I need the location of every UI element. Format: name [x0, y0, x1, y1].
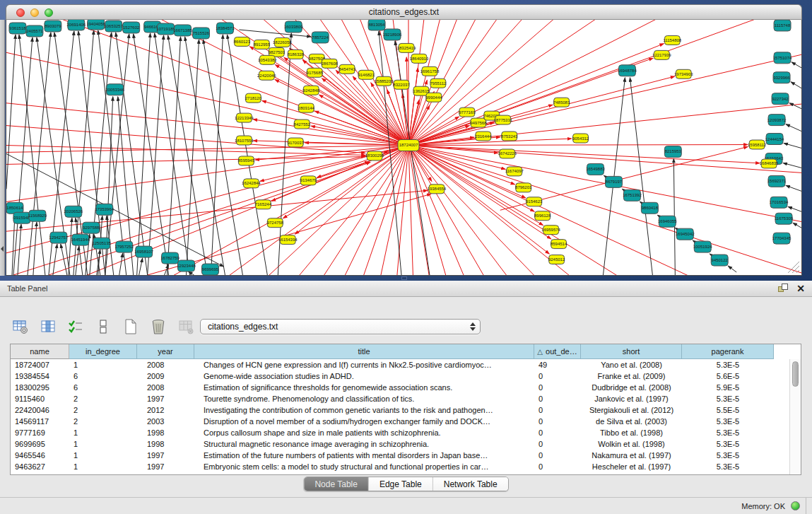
- graph-node[interactable]: 16154394: [278, 235, 298, 245]
- table-row[interactable]: 1938455462009Genome-wide association stu…: [11, 370, 789, 382]
- graph-node[interactable]: 17957252: [114, 241, 134, 252]
- new-document-icon[interactable]: [122, 317, 140, 336]
- graph-node[interactable]: 12093872: [767, 115, 787, 126]
- graph-node[interactable]: 18107554: [235, 136, 254, 145]
- table-row[interactable]: 1872400712008Changes of HCN gene express…: [11, 359, 789, 370]
- select-rows-icon[interactable]: [66, 317, 85, 336]
- splitter-handle[interactable]: [401, 276, 407, 280]
- graph-node[interactable]: 9361518: [9, 23, 26, 34]
- graph-node[interactable]: 8796201: [515, 183, 532, 192]
- graph-node[interactable]: 20691406: [67, 20, 86, 30]
- graph-node[interactable]: 11675309: [775, 213, 794, 224]
- graph-node[interactable]: 1527602: [123, 22, 140, 33]
- graph-node[interactable]: 12213349: [235, 113, 254, 122]
- control-panel-collapsed-divider[interactable]: [0, 20, 5, 276]
- graph-node[interactable]: 9154623: [526, 197, 543, 206]
- minimize-window-button[interactable]: [30, 8, 39, 17]
- graph-node[interactable]: 7955112: [430, 78, 447, 88]
- graph-node[interactable]: 9175685: [307, 68, 324, 77]
- graph-node[interactable]: 18226058: [273, 37, 292, 47]
- graph-node[interactable]: 16961758: [420, 66, 440, 76]
- graph-node[interactable]: 15692371: [767, 175, 787, 187]
- graph-node[interactable]: 9860418: [641, 202, 658, 214]
- expand-panel-arrow-icon[interactable]: [1, 246, 4, 252]
- tab-network-table[interactable]: Network Table: [433, 477, 508, 491]
- graph-node[interactable]: 9245012: [548, 255, 565, 264]
- graph-node[interactable]: 9227342: [772, 93, 789, 105]
- close-window-button[interactable]: [16, 8, 25, 17]
- float-panel-icon[interactable]: [778, 284, 789, 293]
- graph-node[interactable]: 16782759: [160, 252, 180, 264]
- graph-node[interactable]: 8322037: [393, 80, 410, 89]
- graph-node[interactable]: 7485083: [553, 98, 570, 107]
- graph-node[interactable]: 17353964: [95, 204, 114, 215]
- table-row[interactable]: 1830029562008Estimation of significance …: [11, 382, 789, 393]
- graph-node[interactable]: 8454743: [339, 64, 356, 74]
- graph-node[interactable]: 18384571: [216, 23, 235, 34]
- graph-node[interactable]: 8427552: [294, 119, 311, 129]
- graph-node[interactable]: 7165244: [255, 200, 272, 209]
- graph-node[interactable]: 16948784: [618, 65, 637, 76]
- graph-node[interactable]: 7857224: [312, 32, 329, 43]
- table-row[interactable]: 946362711997Embryonic stem cells: a mode…: [11, 461, 789, 472]
- table-row[interactable]: 977716911998Corpus callosum shape and si…: [11, 427, 789, 438]
- graph-node[interactable]: 16846835: [760, 159, 779, 168]
- row-height-icon[interactable]: [94, 317, 112, 336]
- graph-node[interactable]: 8903079: [45, 21, 61, 32]
- graph-node[interactable]: 9134679: [300, 176, 317, 185]
- graph-node[interactable]: 12217939: [652, 50, 671, 59]
- graph-node[interactable]: 7515526: [193, 28, 210, 39]
- vertical-scrollbar[interactable]: [789, 359, 801, 474]
- graph-node[interactable]: 16946055: [658, 216, 677, 227]
- graph-node[interactable]: 18775331: [493, 115, 512, 124]
- graph-node[interactable]: 9329966: [773, 72, 790, 83]
- graph-node[interactable]: 16958107: [134, 246, 153, 257]
- graph-node[interactable]: 16033809: [284, 21, 303, 33]
- graph-node[interactable]: 17704345: [772, 233, 792, 244]
- column-header-short[interactable]: short: [581, 344, 682, 359]
- graph-node[interactable]: 12942757: [49, 232, 69, 243]
- column-header-in_degree[interactable]: in_degree: [69, 344, 137, 359]
- graph-node[interactable]: 16671385: [173, 25, 192, 36]
- table-row[interactable]: 1456911722003Disruption of a novel membe…: [11, 416, 789, 427]
- column-edit-icon[interactable]: [39, 317, 57, 336]
- graph-node[interactable]: 8912955: [254, 40, 271, 49]
- graph-node[interactable]: 8215953: [664, 146, 681, 158]
- tab-node-table[interactable]: Node Table: [304, 477, 369, 491]
- table-row[interactable]: 911546021997Tourette syndrome. Phenomeno…: [11, 393, 789, 404]
- graph-node[interactable]: 9146821: [358, 70, 375, 79]
- graph-node[interactable]: 9054312: [572, 134, 589, 143]
- graph-node[interactable]: 16945042: [676, 228, 695, 240]
- column-header-out_de[interactable]: △out_de…: [534, 344, 581, 359]
- graph-node[interactable]: 10543382: [258, 55, 277, 64]
- graph-node[interactable]: 8813054: [368, 20, 385, 30]
- graph-node[interactable]: 19218906: [383, 29, 402, 40]
- graph-node[interactable]: 15751074: [773, 52, 792, 64]
- graph-node[interactable]: 11568929: [28, 210, 47, 221]
- table-panel-header[interactable]: Table Panel ✕: [0, 281, 812, 297]
- graph-node[interactable]: 1115748: [774, 20, 791, 31]
- graph-node[interactable]: 9170037: [288, 138, 305, 147]
- close-panel-icon[interactable]: ✕: [796, 284, 805, 293]
- graph-node[interactable]: 9450122: [711, 255, 728, 266]
- resize-grip-icon[interactable]: [788, 262, 799, 273]
- graph-node[interactable]: 19384554: [428, 185, 447, 194]
- graph-node[interactable]: 16742226: [498, 149, 517, 158]
- graph-node[interactable]: 9724758: [267, 218, 284, 228]
- delete-trash-icon[interactable]: [149, 317, 167, 336]
- graph-node[interactable]: 22420046: [257, 71, 276, 80]
- graph-node[interactable]: 9699695: [202, 264, 219, 275]
- table-row[interactable]: 946554611997Estimation of the future num…: [11, 450, 789, 461]
- memory-ok-indicator-icon[interactable]: [791, 501, 800, 510]
- graph-node[interactable]: 9242848: [303, 86, 320, 95]
- graph-node[interactable]: 2718120: [245, 93, 262, 103]
- network-graph-canvas[interactable]: 9361518240557189030792069140619404056106…: [6, 20, 801, 275]
- graph-node[interactable]: 8595945: [238, 156, 255, 165]
- graph-node[interactable]: 16959574: [541, 226, 560, 235]
- graph-node[interactable]: 8996128: [534, 211, 551, 221]
- graph-node[interactable]: 8186328: [288, 49, 305, 59]
- graph-node[interactable]: 15885200: [375, 76, 394, 86]
- graph-hub-node[interactable]: 18724007: [398, 140, 419, 151]
- network-window-titlebar[interactable]: citations_edges.txt: [6, 4, 802, 20]
- column-header-title[interactable]: title: [194, 344, 534, 359]
